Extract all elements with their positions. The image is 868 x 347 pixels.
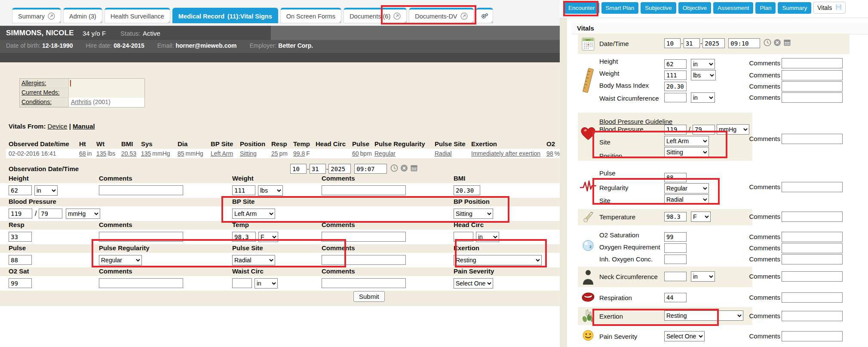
conditions-link[interactable]: Conditions: <box>21 98 52 105</box>
enc-o2-sat-input[interactable] <box>664 232 687 242</box>
bp-position-select[interactable]: Sitting <box>454 209 493 219</box>
tab-objective[interactable]: Objective <box>678 2 711 14</box>
tab-vitals[interactable]: Vitals <box>813 2 846 14</box>
enc-height-unit-select[interactable]: in <box>691 59 715 69</box>
weight-comments-input[interactable] <box>322 185 406 195</box>
save-icon[interactable] <box>835 4 842 12</box>
enc-pulse-site-select[interactable]: Radial <box>664 194 709 205</box>
bp-comment-input[interactable] <box>782 134 843 144</box>
obs-month-input[interactable] <box>290 164 307 174</box>
obs-time-input[interactable] <box>354 164 387 174</box>
oxygen-req-comment-input[interactable] <box>782 243 843 253</box>
clock-icon[interactable] <box>764 39 771 48</box>
resp-input[interactable] <box>9 232 32 242</box>
enc-weight-unit-select[interactable]: lbs <box>691 70 716 80</box>
head-circ-unit-select[interactable]: in <box>476 232 499 242</box>
temp-input[interactable] <box>232 232 256 242</box>
resp-comments-input[interactable] <box>99 232 183 242</box>
tab-smart-plan[interactable]: Smart Plan <box>601 2 639 14</box>
clear-icon[interactable] <box>400 164 408 174</box>
exertion-select[interactable]: Resting <box>454 255 542 265</box>
pulse-regularity-select[interactable]: Regular <box>99 255 142 265</box>
height-comment-input[interactable] <box>782 58 843 68</box>
enc-temp-unit-select[interactable]: F <box>691 212 711 222</box>
calendar-icon[interactable] <box>783 39 791 48</box>
enc-weight-input[interactable] <box>664 71 687 80</box>
enc-pulse-input[interactable] <box>664 173 687 182</box>
enc-pulse-regularity-select[interactable]: Regular <box>664 183 709 193</box>
tab-documents-dv[interactable]: Documents-DV <box>409 8 473 23</box>
tab-assessment[interactable]: Assessment <box>713 2 754 14</box>
enc-pain-severity-select[interactable]: Select One <box>664 331 705 341</box>
tab-admin[interactable]: Admin (3) <box>63 8 102 23</box>
bmi-comment-input[interactable] <box>782 81 843 92</box>
o2-sat-input[interactable] <box>9 278 32 288</box>
enc-bp-position-select[interactable]: Sitting <box>664 147 709 157</box>
waist-unit-select[interactable]: in <box>255 278 278 289</box>
allergies-value[interactable] <box>69 79 144 88</box>
tab-plan[interactable]: Plan <box>755 2 776 14</box>
enc-day-input[interactable] <box>684 38 700 48</box>
bp-site-select[interactable]: Left Arm <box>232 209 275 219</box>
tab-medical-record-vital-signs[interactable]: Medical Record (11):Vital Signs <box>172 8 278 23</box>
o2-sat-comment-input[interactable] <box>782 232 843 242</box>
enc-temp-input[interactable] <box>664 212 687 221</box>
enc-exertion-select[interactable]: Resting <box>664 310 743 321</box>
tab-subjective[interactable]: Subjective <box>641 2 676 14</box>
enc-height-input[interactable] <box>664 59 687 69</box>
calendar-icon[interactable] <box>410 164 418 174</box>
pain-severity-select[interactable]: Select One <box>454 278 493 289</box>
enc-respiration-input[interactable] <box>664 293 687 302</box>
enc-bp-site-select[interactable]: Left Arm <box>664 136 709 146</box>
height-comments-input[interactable] <box>99 185 183 195</box>
enc-waist-input[interactable] <box>664 93 687 102</box>
enc-time-input[interactable] <box>728 38 760 48</box>
enc-bmi-input[interactable] <box>664 82 687 91</box>
weight-unit-select[interactable]: lbs <box>258 185 283 196</box>
current-meds-link[interactable]: Current Meds: <box>21 89 60 96</box>
respiration-comment-input[interactable] <box>782 292 843 303</box>
inh-oxygen-comment-input[interactable] <box>782 254 843 264</box>
tab-documents[interactable]: Documents (6) <box>344 8 407 23</box>
tab-on-screen-forms[interactable]: On Screen Forms <box>280 8 341 23</box>
clock-icon[interactable] <box>390 164 398 174</box>
bp-diastolic-input[interactable] <box>39 209 62 218</box>
exertion-comment-input[interactable] <box>782 311 843 321</box>
neck-comment-input[interactable] <box>782 271 843 282</box>
enc-inh-oxygen-input[interactable] <box>664 255 687 264</box>
vitals-from-manual-link[interactable]: Manual <box>73 123 95 130</box>
allergies-link[interactable]: Allergies: <box>21 80 46 86</box>
obs-year-input[interactable] <box>328 164 351 174</box>
clear-icon[interactable] <box>773 39 781 48</box>
vitals-from-device-link[interactable]: Device <box>48 123 67 130</box>
weight-input[interactable] <box>232 185 255 195</box>
pulse-input[interactable] <box>9 255 32 265</box>
temperature-comment-input[interactable] <box>782 212 843 222</box>
condition-arthritis-link[interactable]: Arthritis <box>71 98 91 105</box>
tab-encounter[interactable]: Encounter <box>564 2 599 14</box>
waist-comment-input[interactable] <box>782 92 843 103</box>
waist-circ-input[interactable] <box>232 278 252 288</box>
temp-unit-select[interactable]: F <box>258 232 278 242</box>
enc-oxygen-req-input[interactable] <box>664 243 687 253</box>
bp-systolic-input[interactable] <box>9 209 32 218</box>
enc-month-input[interactable] <box>664 38 681 48</box>
bmi-input[interactable] <box>454 185 480 195</box>
waist-comments-input[interactable] <box>322 278 406 288</box>
o2-comments-input[interactable] <box>99 278 183 288</box>
enc-bp-systolic-input[interactable] <box>664 125 687 135</box>
pulse-comment-input[interactable] <box>782 182 843 192</box>
enc-bp-diastolic-input[interactable] <box>693 125 715 135</box>
pain-comment-input[interactable] <box>782 331 843 341</box>
tab-summary[interactable]: Summary <box>12 8 61 23</box>
height-input[interactable] <box>9 185 32 195</box>
enc-neck-unit-select[interactable]: in <box>691 271 715 282</box>
tab-summary-right[interactable]: Summary <box>778 2 811 14</box>
submit-button[interactable]: Submit <box>353 291 385 302</box>
enc-neck-input[interactable] <box>664 272 687 281</box>
weight-comment-input[interactable] <box>782 70 843 80</box>
pulse-site-select[interactable]: Radial <box>232 255 275 265</box>
temp-comments-input[interactable] <box>322 232 406 242</box>
bp-unit-select[interactable]: mmHg <box>66 209 100 219</box>
tab-settings[interactable] <box>476 8 493 23</box>
